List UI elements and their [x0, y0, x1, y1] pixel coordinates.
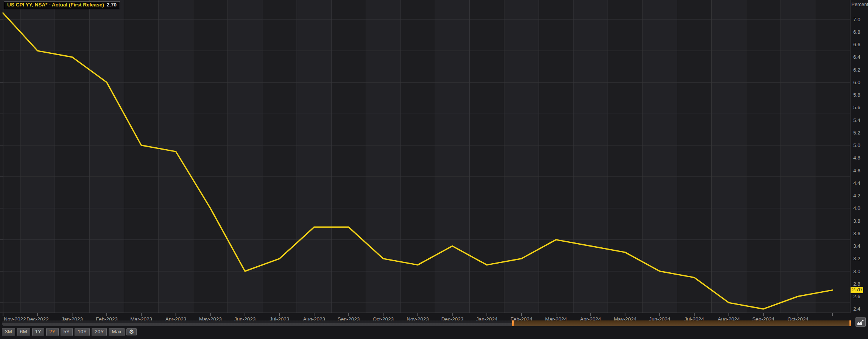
month-band	[504, 0, 539, 313]
range-button-bar: 3M6M1Y2Y5Y10Y20YMax⚙	[2, 328, 137, 336]
month-band	[781, 0, 815, 313]
range-button-5y[interactable]: 5Y	[61, 328, 73, 336]
y-tick-label: 3.2	[853, 256, 860, 261]
y-tick-label: 4.8	[853, 155, 860, 161]
y-tick-label: 6.4	[853, 54, 860, 60]
y-tick-label: 4.4	[853, 180, 860, 186]
range-button-20y[interactable]: 20Y	[92, 328, 107, 336]
cpi-chart-window: Nov-2022Dec-2022Jan-2023Feb-2023Mar-2023…	[0, 0, 868, 339]
y-tick-label: 5.4	[853, 117, 860, 123]
y-tick-label: 5.2	[853, 130, 860, 136]
y-tick-label: 5.8	[853, 92, 860, 98]
y-tick-label: 5.0	[853, 142, 860, 148]
month-band	[366, 0, 400, 313]
y-tick-label: 7.0	[853, 17, 860, 22]
series-legend[interactable]: US CPI YY, NSA* - Actual (First Release)…	[4, 1, 120, 9]
range-button-max[interactable]: Max	[109, 328, 125, 336]
y-tick-label: 3.6	[853, 231, 860, 236]
gear-icon[interactable]: ⚙	[126, 328, 137, 336]
scrollbar-track[interactable]	[2, 320, 512, 326]
range-button-10y[interactable]: 10Y	[75, 328, 90, 336]
range-button-1y[interactable]: 1Y	[32, 328, 45, 336]
y-tick-label: 4.0	[853, 205, 860, 211]
y-tick-label: 2.8	[853, 281, 860, 287]
month-band	[159, 0, 193, 313]
range-button-6m[interactable]: 6M	[17, 328, 30, 336]
last-value-badge: 2.70	[851, 287, 863, 293]
range-button-3m[interactable]: 3M	[2, 328, 15, 336]
series-last-value: 2.70	[107, 2, 117, 8]
y-tick-label: 3.0	[853, 269, 860, 274]
open-chart-app-button[interactable]	[856, 317, 866, 327]
month-band	[712, 0, 746, 313]
month-band	[642, 0, 677, 313]
series-title: US CPI YY, NSA* - Actual (First Release)	[7, 2, 104, 8]
y-tick-label: 6.2	[853, 67, 860, 73]
range-button-2y[interactable]: 2Y	[46, 328, 59, 336]
scrollbar-selected-range[interactable]	[512, 320, 851, 326]
month-band	[89, 0, 124, 313]
chart-canvas[interactable]: Nov-2022Dec-2022Jan-2023Feb-2023Mar-2023…	[0, 0, 868, 327]
month-band	[20, 0, 55, 313]
month-band	[573, 0, 608, 313]
y-axis-unit-label: Percent	[851, 2, 868, 7]
y-tick-label: 2.6	[853, 294, 860, 299]
scrollbar-right-handle[interactable]	[849, 320, 851, 326]
month-band	[435, 0, 469, 313]
y-tick-label: 3.8	[853, 218, 860, 224]
y-tick-label: 2.4	[853, 306, 860, 312]
y-tick-label: 3.4	[853, 243, 860, 249]
y-tick-label: 6.6	[853, 42, 860, 47]
chart-with-arrow-icon	[857, 319, 864, 325]
y-tick-label: 6.0	[853, 80, 860, 85]
y-tick-label: 5.6	[853, 105, 860, 110]
y-tick-label: 4.6	[853, 168, 860, 173]
y-tick-label: 4.2	[853, 193, 860, 198]
month-band	[297, 0, 331, 313]
time-range-scrollbar[interactable]	[2, 320, 851, 326]
month-band	[228, 0, 262, 313]
y-tick-label: 6.8	[853, 29, 860, 35]
scrollbar-left-handle[interactable]	[512, 320, 514, 326]
